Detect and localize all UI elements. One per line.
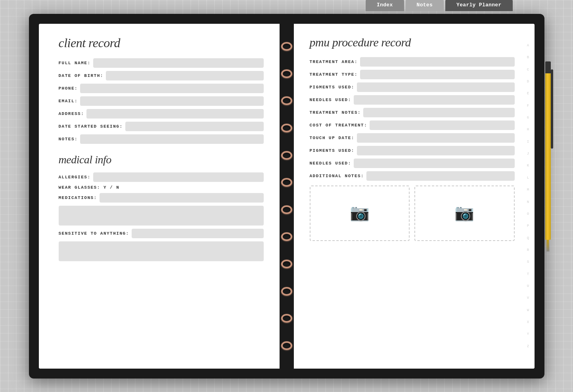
- ring-11: [281, 314, 292, 323]
- pen-clip: [551, 69, 553, 149]
- allergies-row: ALLERGIES:: [59, 172, 264, 182]
- address-label: ADDRESS:: [59, 111, 84, 116]
- notes-input[interactable]: [80, 134, 263, 144]
- alpha-tabs: A B C D E F G H I J K L M N O P Q R S T …: [522, 36, 535, 357]
- treatment-notes-label: TREATMENT NOTES:: [310, 110, 361, 115]
- alpha-M[interactable]: M: [522, 188, 535, 192]
- sensitive-row: SENSITIVE TO ANYTHING:: [59, 229, 264, 238]
- photo-row: 📷 📷: [310, 185, 515, 241]
- alpha-R[interactable]: R: [522, 248, 535, 252]
- ring-7: [281, 205, 292, 214]
- dob-label: DATE OF BIRTH:: [59, 73, 103, 78]
- pen-top: [545, 61, 551, 73]
- date-started-input[interactable]: [125, 122, 264, 131]
- treatment-type-label: TREATMENT TYPE:: [310, 72, 358, 77]
- alpha-G[interactable]: G: [522, 116, 535, 120]
- tab-yearly[interactable]: Yearly Planner: [445, 0, 512, 11]
- treatment-area-input[interactable]: [360, 57, 514, 67]
- cost-input[interactable]: [370, 120, 514, 130]
- full-name-input[interactable]: [93, 58, 264, 68]
- glasses-label: WEAR GLASSES: Y / N: [59, 185, 120, 190]
- additional-notes-input[interactable]: [366, 171, 514, 181]
- tab-index[interactable]: Index: [366, 0, 404, 11]
- tab-notes[interactable]: Notes: [406, 0, 444, 11]
- pigments-used-2-input[interactable]: [357, 146, 515, 155]
- alpha-A[interactable]: A: [522, 44, 535, 48]
- full-name-label: FULL NAME:: [59, 61, 91, 65]
- sensitive-extra-input[interactable]: [59, 241, 264, 261]
- pen-body: [545, 73, 551, 240]
- treatment-type-input[interactable]: [360, 70, 514, 79]
- right-page: pmu procedure record TREATMENT AREA: TRE…: [294, 24, 535, 369]
- allergies-label: ALLERGIES:: [59, 175, 91, 180]
- pen-tip: [546, 240, 550, 252]
- alpha-Y[interactable]: Y: [522, 332, 535, 336]
- alpha-E[interactable]: E: [522, 92, 535, 96]
- pages-container: client record FULL NAME: DATE OF BIRTH: …: [39, 24, 535, 369]
- alpha-L[interactable]: L: [522, 176, 535, 180]
- medications-label: MEDICATIONS:: [59, 195, 97, 200]
- alpha-X[interactable]: X: [522, 320, 535, 324]
- alpha-U[interactable]: U: [522, 284, 535, 288]
- alpha-V[interactable]: V: [522, 296, 535, 300]
- pigments-used-2-row: PIGMENTS USED:: [310, 146, 515, 155]
- ring-5: [281, 151, 292, 160]
- alpha-H[interactable]: H: [522, 128, 535, 132]
- date-started-label: DATE STARTED SEEING:: [59, 124, 123, 129]
- email-input[interactable]: [80, 96, 263, 106]
- alpha-K[interactable]: K: [522, 164, 535, 168]
- treatment-notes-input[interactable]: [363, 108, 514, 117]
- photo-box-1[interactable]: 📷: [310, 185, 410, 241]
- alpha-W[interactable]: W: [522, 308, 535, 312]
- touch-up-label: TOUCH UP DATE:: [310, 136, 355, 140]
- alpha-Z[interactable]: Z: [522, 344, 535, 348]
- touch-up-input[interactable]: [357, 133, 515, 143]
- ring-12: [281, 341, 292, 350]
- dob-input[interactable]: [106, 71, 264, 80]
- date-started-row: DATE STARTED SEEING:: [59, 122, 264, 131]
- alpha-B[interactable]: B: [522, 55, 535, 59]
- sensitive-label: SENSITIVE TO ANYTHING:: [59, 231, 129, 236]
- email-row: EMAIL:: [59, 96, 264, 106]
- camera-icon-1: 📷: [350, 203, 370, 223]
- alpha-C[interactable]: C: [522, 68, 535, 72]
- ring-1: [281, 42, 292, 51]
- full-name-row: FULL NAME:: [59, 58, 264, 68]
- notes-label: NOTES:: [59, 137, 78, 142]
- treatment-area-label: TREATMENT AREA:: [310, 59, 358, 64]
- needles-used-2-input[interactable]: [354, 159, 515, 168]
- email-label: EMAIL:: [59, 99, 78, 103]
- alpha-N[interactable]: N: [522, 200, 535, 204]
- ring-2: [281, 69, 292, 78]
- photo-box-2[interactable]: 📷: [414, 185, 515, 241]
- dob-row: DATE OF BIRTH:: [59, 71, 264, 80]
- touch-up-row: TOUCH UP DATE:: [310, 133, 515, 143]
- medications-extra-input[interactable]: [59, 206, 264, 226]
- alpha-S[interactable]: S: [522, 260, 535, 264]
- address-input[interactable]: [86, 109, 263, 119]
- medications-input[interactable]: [100, 193, 264, 203]
- alpha-T[interactable]: T: [522, 272, 535, 276]
- ring-6: [281, 178, 292, 187]
- alpha-Q[interactable]: Q: [522, 236, 535, 240]
- needles-used-1-label: NEEDLES USED:: [310, 98, 351, 102]
- alpha-P[interactable]: P: [522, 224, 535, 228]
- notebook: Index Notes Yearly Planner client record…: [29, 14, 544, 379]
- address-row: ADDRESS:: [59, 109, 264, 119]
- alpha-J[interactable]: J: [522, 152, 535, 156]
- alpha-D[interactable]: D: [522, 80, 535, 84]
- alpha-I[interactable]: I: [522, 140, 535, 144]
- glasses-row: WEAR GLASSES: Y / N: [59, 185, 264, 190]
- phone-input[interactable]: [80, 84, 263, 93]
- alpha-O[interactable]: O: [522, 212, 535, 216]
- ring-8: [281, 232, 292, 241]
- allergies-input[interactable]: [93, 172, 264, 182]
- sensitive-input[interactable]: [132, 229, 264, 238]
- needles-used-1-input[interactable]: [354, 95, 515, 105]
- alpha-F[interactable]: F: [522, 104, 535, 108]
- pmu-record-heading: pmu procedure record: [310, 36, 515, 49]
- pigments-used-1-input[interactable]: [357, 82, 515, 92]
- pigments-used-1-row: PIGMENTS USED:: [310, 82, 515, 92]
- medications-row: MEDICATIONS:: [59, 193, 264, 203]
- cost-row: COST OF TREATMENT:: [310, 120, 515, 130]
